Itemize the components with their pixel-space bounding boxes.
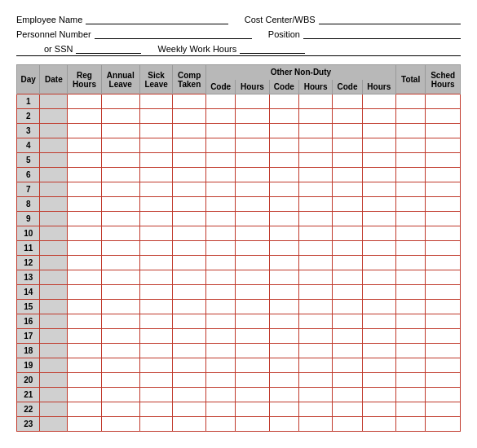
cell-data [269,270,298,285]
cell-data [139,417,173,432]
cell-data [40,124,68,138]
cost-center-label: Cost Center/WBS [245,15,316,24]
cell-data [139,373,173,388]
cell-data [101,109,139,124]
cell-data [205,197,235,212]
cell-data [269,109,298,124]
cell-data [236,344,269,358]
cell-data [139,285,173,300]
cell-data [173,226,206,241]
cell-data [236,197,269,212]
cell-data [40,270,68,285]
cell-data [205,138,235,153]
cell-data [101,124,139,138]
cell-data [205,241,235,256]
cell-data [426,344,461,358]
cell-day: 16 [17,314,40,329]
cell-data [299,373,333,388]
cell-data [395,153,425,168]
cell-data [362,256,395,270]
cell-day: 21 [17,388,40,402]
cell-data [68,314,101,329]
cell-data [205,402,235,417]
cell-data [68,256,101,270]
cell-data [236,138,269,153]
cell-data [173,417,206,432]
cell-data [333,314,362,329]
cell-data [68,212,101,226]
cell-data [139,344,173,358]
cell-data [173,109,206,124]
cell-data [299,417,333,432]
cell-data [333,344,362,358]
cell-data [173,373,206,388]
cell-data [362,358,395,373]
cell-data [173,314,206,329]
cell-data [362,344,395,358]
col-header-code3: Code [333,80,362,94]
cell-data [426,388,461,402]
cell-day: 3 [17,124,40,138]
cell-data [426,241,461,256]
table-row: 8 [17,197,461,212]
cell-data [68,124,101,138]
cell-day: 9 [17,212,40,226]
cell-data [40,388,68,402]
col-header-sick: SickLeave [139,65,173,94]
cell-data [426,417,461,432]
cell-data [269,314,298,329]
cell-data [40,344,68,358]
cell-data [101,256,139,270]
cell-data [68,344,101,358]
cell-data [269,358,298,373]
cell-data [139,300,173,314]
cell-data [68,94,101,109]
cell-data [68,402,101,417]
cell-data [236,314,269,329]
cell-data [362,182,395,197]
cell-data [236,373,269,388]
cell-data [299,182,333,197]
cell-data [40,153,68,168]
table-row: 15 [17,300,461,314]
cell-data [40,329,68,344]
cell-data [426,109,461,124]
cell-data [173,168,206,182]
cell-data [205,168,235,182]
cell-data [68,168,101,182]
cell-data [333,417,362,432]
cell-data [426,182,461,197]
cell-data [173,138,206,153]
table-row: 14 [17,285,461,300]
cell-data [40,256,68,270]
cell-data [362,270,395,285]
cell-data [299,344,333,358]
cell-data [362,241,395,256]
cell-data [139,358,173,373]
cell-data [333,138,362,153]
cell-data [205,212,235,226]
col-header-comp: CompTaken [173,65,206,94]
cell-data [299,153,333,168]
table-row: 6 [17,168,461,182]
cell-data [299,94,333,109]
cell-data [269,241,298,256]
cell-data [40,241,68,256]
cell-data [333,197,362,212]
cell-data [101,285,139,300]
cell-data [333,373,362,388]
cell-data [269,124,298,138]
cell-data [101,402,139,417]
cell-data [299,402,333,417]
cell-data [139,241,173,256]
cell-data [395,300,425,314]
cell-day: 23 [17,417,40,432]
cell-data [426,314,461,329]
cell-data [68,373,101,388]
cell-data [236,226,269,241]
cell-data [426,300,461,314]
cell-data [299,124,333,138]
cell-data [362,168,395,182]
cell-data [205,358,235,373]
table-row: 12 [17,256,461,270]
